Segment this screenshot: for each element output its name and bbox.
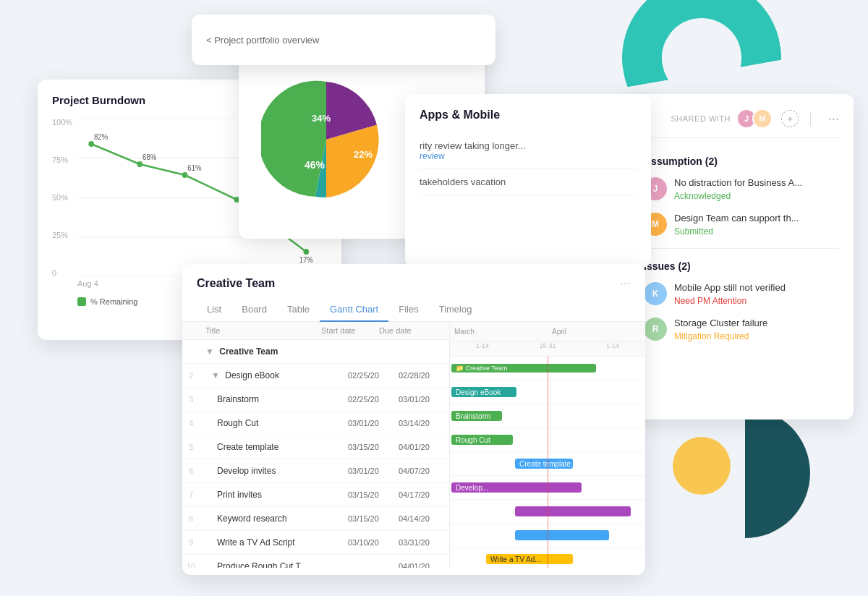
issue-avatar-1: K bbox=[644, 282, 667, 305]
gantt-card: Creative Team ··· List Board Table Gantt… bbox=[182, 264, 645, 575]
svg-text:61%: 61% bbox=[187, 164, 201, 172]
gantt-row-10[interactable]: 10 Produce Rough Cut T... 04/01/20 bbox=[182, 555, 449, 568]
shared-header: SHARED WITH J M + ··· bbox=[644, 108, 839, 138]
tab-table[interactable]: Table bbox=[277, 298, 320, 322]
assumption-text-2: Design Team can support th... bbox=[674, 213, 799, 225]
gantt-row-3[interactable]: 3 Brainstorm 02/25/20 03/01/20 bbox=[182, 388, 449, 412]
issue-item-2: R Storage Cluster failure Mitigation Req… bbox=[644, 318, 839, 341]
apps-title: Apps & Mobile bbox=[420, 108, 637, 122]
gantt-more-btn[interactable]: ··· bbox=[620, 276, 631, 291]
shared-label: SHARED WITH bbox=[671, 114, 731, 123]
gantt-header: Creative Team ··· bbox=[182, 264, 645, 291]
bar-tv-ad-script: Write a TV Ad... bbox=[486, 554, 573, 564]
gantt-row-1[interactable]: ▼ Creative Team bbox=[182, 340, 449, 364]
apps-item-1: rity review taking longer... review bbox=[420, 133, 637, 169]
gantt-chart-header: March April bbox=[450, 322, 645, 342]
bar-creative-team: 📁 Creative Team bbox=[451, 364, 596, 372]
gantt-table: Title Start date Due date ▼ Creative Tea… bbox=[182, 322, 450, 568]
gantt-row-6[interactable]: 6 Develop invites 03/01/20 04/07/20 bbox=[182, 459, 449, 483]
bar-design-ebook: Design eBook bbox=[451, 387, 516, 397]
svg-text:17%: 17% bbox=[299, 256, 313, 264]
assumption-item-1: J No distraction for Business A... Ackno… bbox=[644, 177, 839, 201]
issue-text-2: Storage Cluster failure bbox=[674, 318, 767, 330]
bar-brainstorm: Brainstorm bbox=[451, 411, 502, 421]
bar-keyword-research bbox=[515, 530, 609, 540]
right-panel-card: SHARED WITH J M + ··· Assumption (2) J N… bbox=[629, 94, 854, 420]
issue-status-2: Mitigation Required bbox=[674, 331, 767, 341]
gantt-row-9[interactable]: 9 Write a TV Ad Script 03/10/20 03/31/20 bbox=[182, 531, 449, 555]
apps-mobile-card: Apps & Mobile rity review taking longer.… bbox=[405, 94, 651, 268]
gantt-bars-area: March April 1-14 15-31 1-14 📁 Creative T… bbox=[450, 322, 645, 568]
legend-dot bbox=[77, 297, 86, 306]
issue-avatar-2: R bbox=[644, 318, 667, 341]
bar-develop-invites: Develop... bbox=[451, 482, 582, 493]
gantt-row-5[interactable]: 5 Create template 03/15/20 04/01/20 bbox=[182, 435, 449, 459]
svg-point-9 bbox=[303, 249, 309, 255]
pie-chart-svg: 34% 22% 46% bbox=[261, 74, 391, 205]
tab-list[interactable]: List bbox=[197, 298, 231, 322]
issue-status-1: Need PM Attention bbox=[674, 296, 786, 306]
gantt-title: Creative Team bbox=[197, 277, 275, 290]
gantt-tabs: List Board Table Gantt Chart Files Timel… bbox=[182, 298, 645, 322]
gantt-row-4[interactable]: 4 Rough Cut 03/01/20 03/14/20 bbox=[182, 412, 449, 435]
bg-yellow-circle bbox=[673, 437, 731, 495]
section-divider bbox=[644, 248, 839, 249]
gantt-row-7[interactable]: 7 Print invites 03/15/20 04/17/20 bbox=[182, 483, 449, 507]
issue-item-1: K Mobile App still not verified Need PM … bbox=[644, 282, 839, 306]
tab-gantt-chart[interactable]: Gantt Chart bbox=[320, 298, 388, 322]
bar-rough-cut: Rough Cut bbox=[451, 435, 513, 445]
chart-legend: % Remaining bbox=[77, 297, 137, 306]
svg-text:34%: 34% bbox=[312, 113, 331, 124]
bar-create-template: Create template bbox=[515, 459, 573, 469]
svg-text:22%: 22% bbox=[354, 149, 373, 160]
assumption-status-2: Submitted bbox=[674, 226, 799, 237]
gantt-body: Title Start date Due date ▼ Creative Tea… bbox=[182, 322, 645, 568]
add-avatar-btn[interactable]: + bbox=[781, 110, 799, 127]
issues-title: Issues (2) bbox=[644, 260, 839, 272]
svg-point-5 bbox=[88, 141, 94, 147]
legend-label: % Remaining bbox=[90, 297, 137, 306]
assumption-text-1: No distraction for Business A... bbox=[674, 177, 802, 190]
portfolio-card: < Project portfolio overview bbox=[192, 14, 495, 65]
bar-print-invites bbox=[515, 506, 631, 516]
apps-link-1[interactable]: review bbox=[420, 151, 637, 161]
gantt-row-8[interactable]: 8 Keyword research 03/15/20 04/14/20 bbox=[182, 507, 449, 531]
issue-text-1: Mobile App still not verified bbox=[674, 282, 786, 294]
avatar-group: J M bbox=[736, 108, 773, 129]
tab-board[interactable]: Board bbox=[231, 298, 277, 322]
header-divider bbox=[810, 111, 811, 126]
avatar-2: M bbox=[752, 108, 773, 129]
gantt-table-header: Title Start date Due date bbox=[182, 322, 449, 340]
svg-text:46%: 46% bbox=[305, 159, 326, 171]
tab-timelog[interactable]: Timelog bbox=[429, 298, 482, 322]
today-line bbox=[548, 357, 548, 568]
tab-files[interactable]: Files bbox=[388, 298, 428, 322]
more-options-btn[interactable]: ··· bbox=[828, 111, 839, 127]
assumption-status-1: Acknowledged bbox=[674, 191, 802, 201]
gantt-row-2[interactable]: 2 ▼ Design eBook 02/25/20 02/28/20 bbox=[182, 364, 449, 388]
assumption-item-2: M Design Team can support th... Submitte… bbox=[644, 213, 839, 237]
svg-text:68%: 68% bbox=[142, 153, 156, 161]
y-axis-labels: 100% 75% 50% 25% 0 bbox=[52, 118, 72, 277]
svg-point-7 bbox=[182, 172, 188, 178]
portfolio-back[interactable]: < Project portfolio overview bbox=[206, 35, 319, 46]
svg-point-6 bbox=[137, 161, 142, 167]
apps-item-2: takeholders vacation bbox=[420, 169, 637, 195]
svg-text:82%: 82% bbox=[94, 133, 108, 141]
assumption-title: Assumption (2) bbox=[644, 156, 839, 167]
